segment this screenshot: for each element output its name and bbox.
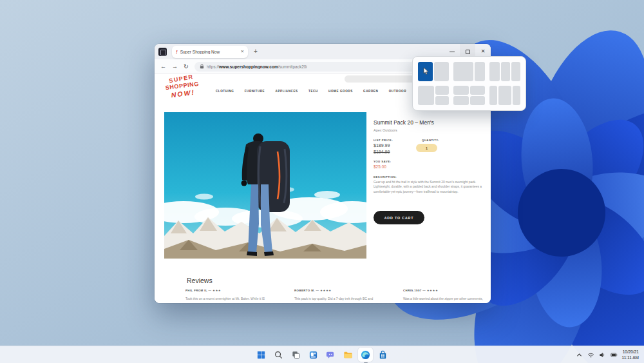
store-icon[interactable] [375, 348, 390, 362]
product-title: Summit Pack 20 – Men's [374, 119, 434, 126]
snap-zone[interactable] [489, 86, 497, 105]
wifi-icon[interactable] [587, 351, 594, 358]
file-explorer-icon[interactable] [341, 348, 355, 362]
refresh-icon[interactable]: ↻ [184, 64, 189, 70]
snap-zone[interactable] [511, 62, 520, 81]
product-price: $189.99 [374, 143, 390, 148]
review-item: ROBERTO M. — ★★★★This pack is top-qualit… [294, 289, 396, 301]
product-brand: Apex Outdoors [374, 128, 397, 132]
snap-layout-option-3[interactable] [489, 62, 520, 81]
new-tab-button[interactable]: + [254, 48, 258, 55]
reviews-list: PHIL FROM IL — ★★★Took this on a recent … [185, 289, 486, 301]
review-text: Took this on a recent overnighter at Mt.… [185, 297, 287, 301]
review-text: Was a little worried about the zipper pe… [403, 297, 491, 301]
system-tray: 10/20/21 11:11 AM [576, 346, 639, 363]
nav-item-appliances[interactable]: APPLIANCES [276, 90, 298, 93]
review-text: This pack is top-quality. Did a 7-day tr… [294, 297, 396, 301]
product-old-price: $194.99 [374, 150, 390, 154]
nav-item-furniture[interactable]: FURNITURE [245, 90, 265, 93]
back-icon[interactable]: ← [160, 64, 166, 70]
widgets-icon[interactable] [306, 348, 321, 362]
review-item: PHIL FROM IL — ★★★Took this on a recent … [185, 289, 287, 301]
snap-zone[interactable] [475, 62, 484, 81]
site-logo[interactable]: SUPER SHOPPING NOW! [160, 74, 204, 99]
url-text: https://www.supershoppingnow.com/summitp… [207, 64, 308, 69]
edge-icon[interactable] [358, 348, 373, 362]
nav-item-outdoor[interactable]: OUTDOOR [389, 90, 406, 93]
snap-layouts-flyout [412, 56, 526, 111]
browser-tab[interactable]: ! Super Shopping Now ✕ [172, 46, 248, 58]
chat-icon[interactable] [323, 348, 338, 362]
quantity-label: QUANTITY: [422, 139, 439, 142]
description-label: DESCRIPTION: [374, 175, 397, 179]
snap-zone[interactable] [435, 96, 449, 105]
review-header: PHIL FROM IL — ★★★ [185, 289, 287, 292]
snap-layout-option-5[interactable] [453, 86, 484, 105]
tray-date: 10/20/21 [622, 349, 639, 355]
tab-title: Super Shopping Now [180, 50, 238, 54]
task-view-icon[interactable] [289, 348, 303, 362]
battery-icon[interactable] [611, 351, 618, 358]
search-icon[interactable] [271, 348, 286, 362]
snap-zone[interactable] [470, 86, 485, 95]
nav-item-garden[interactable]: GARDEN [363, 90, 378, 93]
snap-zone[interactable] [453, 62, 473, 81]
tray-time: 11:11 AM [622, 355, 639, 360]
review-item: CHRIS.1997 — ★★★★Was a little worried ab… [403, 289, 491, 301]
snap-zone[interactable] [453, 96, 468, 105]
snap-zone[interactable] [453, 86, 468, 95]
start-icon[interactable] [254, 348, 269, 362]
snap-layouts-grid [413, 57, 526, 110]
tab-actions-icon[interactable] [158, 48, 167, 56]
forward-icon[interactable]: → [172, 64, 178, 70]
snap-zone-selected[interactable] [418, 62, 433, 81]
site-nav: CLOTHINGFURNITUREAPPLIANCESTECHHOME GOOD… [216, 90, 406, 93]
volume-icon[interactable] [599, 351, 606, 358]
product-image [164, 112, 366, 259]
snap-zone[interactable] [501, 62, 510, 81]
taskbar-icons [254, 348, 390, 362]
star-rating: ★★★★ [427, 289, 439, 292]
snap-zone[interactable] [498, 86, 511, 105]
save-amount: $25.00 [374, 164, 386, 169]
add-to-cart-button[interactable]: ADD TO CART [374, 211, 424, 224]
lock-icon [200, 64, 204, 69]
product-description: Gear up and hit the trail in style with … [374, 180, 486, 194]
snap-zone[interactable] [418, 86, 434, 105]
cursor-icon [423, 67, 429, 75]
snap-layout-option-4[interactable] [418, 86, 449, 105]
list-price-label: LIST PRICE: [374, 139, 393, 142]
snap-layout-option-2[interactable] [453, 62, 484, 81]
nav-item-home-goods[interactable]: HOME GOODS [328, 90, 353, 93]
snap-zone[interactable] [489, 62, 500, 81]
reviews-heading: Reviews [187, 277, 213, 284]
review-header: ROBERTO M. — ★★★★ [294, 289, 396, 292]
you-save-label: YOU SAVE: [374, 160, 391, 163]
nav-item-clothing[interactable]: CLOTHING [216, 90, 234, 93]
taskbar: 10/20/21 11:11 AM [0, 346, 644, 363]
tray-chevron-icon[interactable] [576, 351, 583, 358]
review-header: CHRIS.1997 — ★★★★ [403, 289, 491, 292]
snap-zone[interactable] [470, 96, 485, 105]
star-rating: ★★★★ [320, 289, 332, 292]
star-rating: ★★★ [213, 289, 221, 292]
snap-zone[interactable] [434, 62, 449, 81]
snap-layout-option-1[interactable] [418, 62, 449, 81]
quantity-stepper[interactable]: 1 [416, 144, 437, 152]
tab-close-icon[interactable]: ✕ [241, 49, 244, 54]
nav-item-tech[interactable]: TECH [308, 90, 318, 93]
site-favicon-icon: ! [176, 49, 178, 55]
snap-layout-option-6[interactable] [489, 86, 520, 105]
snap-zone[interactable] [513, 86, 520, 105]
desktop: ! Super Shopping Now ✕ + ✕ ← → ↻ https:/… [0, 0, 644, 363]
taskbar-clock[interactable]: 10/20/21 11:11 AM [622, 349, 639, 360]
snap-zone[interactable] [435, 86, 449, 95]
